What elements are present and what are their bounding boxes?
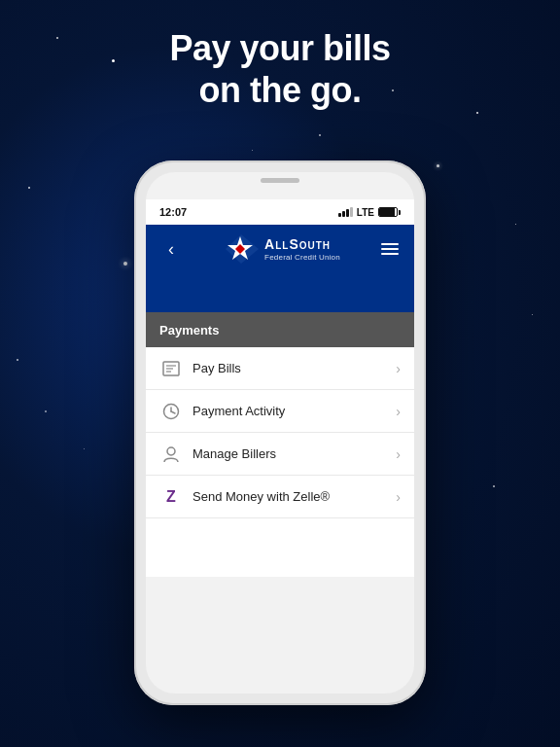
logo-name-main: AllSouth: [264, 236, 340, 253]
section-header-text: Payments: [159, 323, 219, 338]
menu-item-pay-bills[interactable]: Pay Bills ›: [146, 347, 414, 390]
status-time: 12:07: [159, 206, 187, 218]
app-logo: AllSouth Federal Credit Union: [222, 232, 340, 266]
menu-line-2: [381, 248, 399, 250]
headline: Pay your bills on the go.: [0, 27, 560, 111]
status-icons: LTE: [338, 207, 401, 218]
chevron-icon-send-money: ›: [396, 489, 401, 505]
phone-speaker: [261, 178, 299, 183]
bottom-space: [146, 518, 414, 577]
network-label: LTE: [357, 207, 374, 218]
menu-button[interactable]: [377, 239, 402, 259]
menu-line-3: [381, 253, 399, 255]
logo-icon: [222, 232, 259, 266]
phone-screen: 12:07 LTE ‹: [146, 172, 414, 694]
payment-activity-label: Payment Activity: [192, 404, 396, 418]
app-header: ‹ AllSouth Federal Credit Union: [146, 225, 414, 273]
menu-line-1: [381, 243, 399, 245]
logo-text: AllSouth Federal Credit Union: [264, 236, 340, 262]
clock-icon: [159, 400, 183, 423]
menu-item-payment-activity[interactable]: Payment Activity ›: [146, 390, 414, 433]
bill-icon: [159, 357, 183, 380]
person-icon: [159, 443, 183, 466]
svg-line-9: [171, 411, 175, 413]
logo-name-sub: Federal Credit Union: [264, 253, 340, 263]
banner-area: [146, 273, 414, 312]
back-button[interactable]: ‹: [158, 239, 185, 260]
status-bar: 12:07 LTE: [146, 199, 414, 225]
menu-list: Pay Bills › Payment Activity ›: [146, 347, 414, 518]
menu-item-manage-billers[interactable]: Manage Billers ›: [146, 433, 414, 476]
pay-bills-label: Pay Bills: [192, 361, 396, 375]
phone-mockup: 12:07 LTE ‹: [134, 160, 426, 705]
manage-billers-label: Manage Billers: [192, 446, 396, 461]
svg-point-10: [167, 447, 175, 455]
battery-icon: [378, 207, 401, 217]
send-money-zelle-label: Send Money with Zelle®: [192, 489, 396, 504]
chevron-icon-pay-bills: ›: [396, 361, 401, 376]
chevron-icon-manage-billers: ›: [396, 446, 401, 462]
section-header: Payments: [146, 312, 414, 347]
zelle-icon: Z: [159, 485, 183, 509]
chevron-icon-payment-activity: ›: [396, 404, 401, 419]
menu-item-send-money-zelle[interactable]: Z Send Money with Zelle® ›: [146, 476, 414, 518]
signal-icon: [338, 207, 353, 217]
